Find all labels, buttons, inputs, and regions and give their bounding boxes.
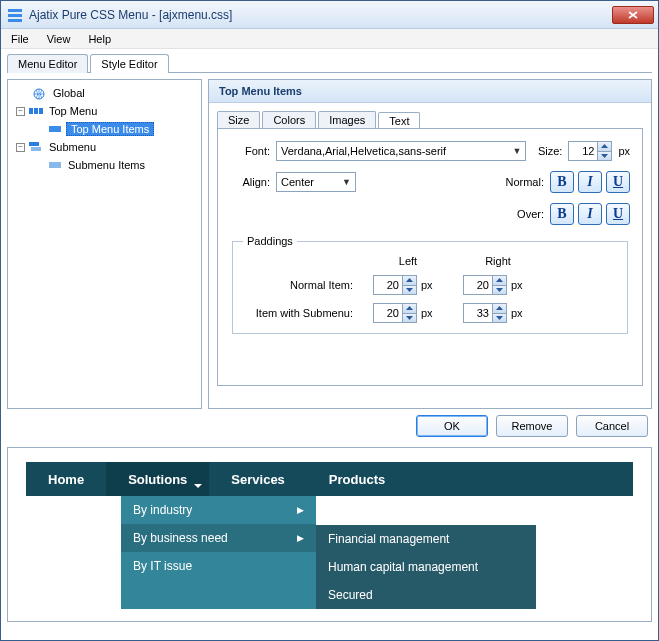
remove-button[interactable]: Remove bbox=[496, 415, 568, 437]
preview-top-item[interactable]: Services bbox=[209, 462, 307, 496]
tree-label: Top Menu Items bbox=[66, 122, 154, 136]
normal-style-label: Normal: bbox=[505, 176, 544, 188]
svg-rect-6 bbox=[39, 108, 43, 114]
size-input[interactable] bbox=[569, 142, 597, 160]
preview-top-item[interactable]: Solutions bbox=[106, 462, 209, 496]
preview-top-menu: Home Solutions Services Products bbox=[26, 462, 633, 496]
item-icon bbox=[48, 160, 62, 170]
tree-node-submenu[interactable]: − Submenu bbox=[12, 138, 197, 156]
bold-over-button[interactable]: B bbox=[550, 203, 574, 225]
preview-submenu: By industry▶ By business need▶ By IT iss… bbox=[121, 496, 316, 609]
menu-view[interactable]: View bbox=[43, 31, 75, 48]
svg-rect-2 bbox=[8, 19, 22, 22]
size-unit: px bbox=[618, 145, 630, 157]
bold-normal-button[interactable]: B bbox=[550, 171, 574, 193]
font-label: Font: bbox=[230, 145, 270, 157]
tree-node-global[interactable]: Global bbox=[12, 84, 197, 102]
normal-right-spinner[interactable] bbox=[463, 275, 507, 295]
svg-rect-10 bbox=[49, 162, 61, 168]
submenu-right-spinner[interactable] bbox=[463, 303, 507, 323]
spin-up-icon[interactable] bbox=[597, 142, 611, 151]
chevron-down-icon: ▼ bbox=[342, 177, 351, 187]
preview-sub-item[interactable]: By business need▶ bbox=[121, 524, 316, 552]
style-tree: Global − Top Menu Top Menu Items − Subme… bbox=[7, 79, 202, 409]
subtab-size[interactable]: Size bbox=[217, 111, 260, 128]
font-value: Verdana,Arial,Helvetica,sans-serif bbox=[281, 145, 446, 157]
title-bar: Ajatix Pure CSS Menu - [ajxmenu.css] bbox=[1, 1, 658, 29]
panel-title: Top Menu Items bbox=[209, 80, 651, 103]
align-label: Align: bbox=[230, 176, 270, 188]
tree-node-top-menu[interactable]: − Top Menu bbox=[12, 102, 197, 120]
close-button[interactable] bbox=[612, 6, 654, 24]
tab-style-editor[interactable]: Style Editor bbox=[90, 54, 168, 73]
tree-label: Submenu bbox=[47, 141, 98, 153]
preview-top-item[interactable]: Products bbox=[307, 462, 407, 496]
svg-rect-5 bbox=[34, 108, 38, 114]
underline-normal-button[interactable]: U bbox=[606, 171, 630, 193]
preview-sub-item[interactable]: By industry▶ bbox=[121, 496, 316, 524]
preview-sub-item[interactable]: By IT issue bbox=[121, 552, 316, 580]
svg-rect-1 bbox=[8, 14, 22, 17]
preview-top-item[interactable]: Home bbox=[26, 462, 106, 496]
preview-submenu2: Financial management Human capital manag… bbox=[316, 525, 536, 609]
over-style-label: Over: bbox=[517, 208, 544, 220]
tree-node-top-menu-items[interactable]: Top Menu Items bbox=[44, 120, 197, 138]
app-icon bbox=[7, 7, 23, 23]
svg-rect-8 bbox=[29, 142, 39, 146]
submenu-left-spinner[interactable] bbox=[373, 303, 417, 323]
menu-preview: Home Solutions Services Products By indu… bbox=[7, 447, 652, 622]
subtab-images[interactable]: Images bbox=[318, 111, 376, 128]
property-tabs: Size Colors Images Text bbox=[209, 103, 651, 128]
close-icon bbox=[628, 11, 638, 19]
subtab-colors[interactable]: Colors bbox=[262, 111, 316, 128]
tree-label: Top Menu bbox=[47, 105, 99, 117]
svg-rect-9 bbox=[31, 147, 41, 151]
svg-rect-7 bbox=[49, 126, 61, 132]
size-spinner[interactable] bbox=[568, 141, 612, 161]
preview-sub2-item[interactable]: Financial management bbox=[316, 525, 536, 553]
left-header: Left bbox=[373, 255, 443, 267]
normal-item-label: Normal Item: bbox=[243, 279, 353, 291]
preview-sub2-item[interactable]: Secured bbox=[316, 581, 536, 609]
dialog-buttons: OK Remove Cancel bbox=[1, 415, 648, 437]
menu-bar-icon bbox=[29, 106, 43, 116]
submenu-icon bbox=[29, 142, 43, 152]
spin-down-icon[interactable] bbox=[597, 151, 611, 161]
collapse-icon[interactable]: − bbox=[16, 143, 25, 152]
svg-rect-4 bbox=[29, 108, 33, 114]
properties-panel: Top Menu Items Size Colors Images Text F… bbox=[208, 79, 652, 409]
chevron-down-icon: ▼ bbox=[512, 146, 521, 156]
ok-button[interactable]: OK bbox=[416, 415, 488, 437]
svg-rect-0 bbox=[8, 9, 22, 12]
item-submenu-label: Item with Submenu: bbox=[243, 307, 353, 319]
italic-over-button[interactable]: I bbox=[578, 203, 602, 225]
tree-label: Global bbox=[51, 87, 87, 99]
item-icon bbox=[48, 124, 62, 134]
underline-over-button[interactable]: U bbox=[606, 203, 630, 225]
app-menubar: File View Help bbox=[1, 29, 658, 49]
tab-menu-editor[interactable]: Menu Editor bbox=[7, 54, 88, 73]
right-header: Right bbox=[463, 255, 533, 267]
globe-icon bbox=[33, 88, 47, 98]
font-combo[interactable]: Verdana,Arial,Helvetica,sans-serif ▼ bbox=[276, 141, 526, 161]
size-label: Size: bbox=[532, 145, 562, 157]
menu-help[interactable]: Help bbox=[84, 31, 115, 48]
tree-node-submenu-items[interactable]: Submenu Items bbox=[44, 156, 197, 174]
align-combo[interactable]: Center ▼ bbox=[276, 172, 356, 192]
window-title: Ajatix Pure CSS Menu - [ajxmenu.css] bbox=[29, 8, 612, 22]
collapse-icon[interactable]: − bbox=[16, 107, 25, 116]
subtab-text[interactable]: Text bbox=[378, 112, 420, 129]
paddings-group: Paddings Left Right Normal Item: px px I… bbox=[232, 235, 628, 334]
preview-sub2-item[interactable]: Human capital management bbox=[316, 553, 536, 581]
caret-right-icon: ▶ bbox=[297, 533, 304, 543]
editor-tabs: Menu Editor Style Editor bbox=[1, 49, 658, 72]
paddings-legend: Paddings bbox=[243, 235, 297, 247]
menu-file[interactable]: File bbox=[7, 31, 33, 48]
align-value: Center bbox=[281, 176, 314, 188]
italic-normal-button[interactable]: I bbox=[578, 171, 602, 193]
normal-left-spinner[interactable] bbox=[373, 275, 417, 295]
cancel-button[interactable]: Cancel bbox=[576, 415, 648, 437]
caret-right-icon: ▶ bbox=[297, 505, 304, 515]
tree-label: Submenu Items bbox=[66, 159, 147, 171]
